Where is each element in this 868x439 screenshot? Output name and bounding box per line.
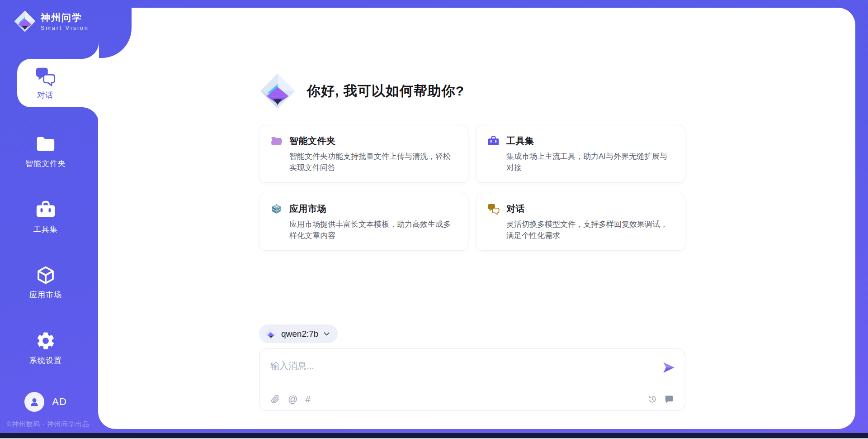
composer-divider	[269, 389, 675, 389]
chevron-down-icon	[323, 330, 330, 337]
avatar	[24, 392, 44, 412]
card-head: 工具集	[487, 135, 674, 147]
send-icon[interactable]	[661, 360, 676, 375]
gear-icon	[35, 330, 56, 351]
sidebar-item-toolset[interactable]: 工具集	[0, 199, 91, 234]
card-title: 应用市场	[289, 203, 326, 215]
sidebar-item-settings[interactable]: 系统设置	[0, 330, 91, 366]
chat-bubbles-icon	[35, 66, 56, 86]
sidebar-item-label: 对话	[37, 90, 53, 100]
sidebar-item-market[interactable]: 应用市场	[0, 265, 91, 300]
greeting: 你好, 我可以如何帮助你?	[259, 72, 464, 110]
card-head: 智能文件夹	[270, 135, 457, 147]
card-head: 应用市场	[270, 203, 457, 215]
bottom-strip	[0, 433, 868, 439]
card-description: 集成市场上主流工具，助力AI与外界无缝扩展与对接	[506, 151, 674, 173]
card-title: 工具集	[506, 135, 534, 147]
sidebar-item-label: 智能文件夹	[25, 158, 66, 169]
sidebar-item-chat[interactable]: 对话	[17, 59, 99, 107]
history-icon[interactable]	[647, 394, 657, 404]
greeting-title: 你好, 我可以如何帮助你?	[307, 82, 464, 100]
folder-icon	[35, 134, 56, 154]
sidebar-item-label: 系统设置	[29, 355, 62, 366]
card-title: 对话	[506, 203, 525, 215]
brand-logo-icon	[14, 10, 36, 33]
user-profile[interactable]: AD	[0, 392, 91, 412]
app-market-icon	[270, 203, 283, 215]
person-icon	[28, 396, 40, 408]
hashtag-icon[interactable]: #	[305, 394, 311, 404]
card-description: 应用市场提供丰富长文本模板，助力高效生成多样化文章内容	[289, 219, 457, 241]
app-window: 神州问学 Smart Vision 对话 智能文件夹 工具集	[0, 0, 868, 439]
brand-subtitle: Smart Vision	[41, 25, 89, 31]
card-description: 灵活切换多模型文件，支持多样回复效果调试，满足个性化需求	[506, 219, 674, 241]
toolbox-icon	[487, 135, 500, 147]
composer-tools-right	[647, 394, 674, 404]
composer: @ #	[259, 348, 685, 411]
model-name: qwen2:7b	[281, 329, 318, 339]
card-head: 对话	[487, 203, 674, 215]
model-selector[interactable]: qwen2:7b	[259, 324, 338, 343]
card-app-market[interactable]: 应用市场 应用市场提供丰富长文本模板，助力高效生成多样化文章内容	[259, 193, 468, 251]
attach-icon[interactable]	[270, 394, 280, 404]
toolbox-icon	[35, 199, 56, 220]
card-description: 智能文件夹功能支持批量文件上传与清洗，轻松实现文件问答	[289, 151, 457, 173]
brand-text: 神州问学 Smart Vision	[41, 11, 89, 31]
mention-icon[interactable]: @	[288, 394, 297, 404]
sidebar-item-label: 工具集	[33, 224, 58, 234]
sidebar-item-label: 应用市场	[29, 290, 62, 300]
model-logo-icon	[265, 328, 277, 339]
card-smart-folder[interactable]: 智能文件夹 智能文件夹功能支持批量文件上传与清洗，轻松实现文件问答	[259, 125, 468, 183]
sidebar-item-chat-inner: 对话	[17, 66, 73, 100]
cube-icon	[35, 265, 56, 286]
composer-tools-left: @ #	[270, 394, 311, 404]
sidebar-brand: 神州问学 Smart Vision	[14, 10, 89, 33]
card-chat[interactable]: 对话 灵活切换多模型文件，支持多样回复效果调试，满足个性化需求	[476, 193, 685, 251]
copyright: ©神州数码 · 神州问学出品	[0, 420, 96, 429]
card-title: 智能文件夹	[289, 135, 336, 147]
sidebar-item-folders[interactable]: 智能文件夹	[0, 134, 91, 169]
card-toolset[interactable]: 工具集 集成市场上主流工具，助力AI与外界无缝扩展与对接	[476, 125, 685, 183]
brand-name: 神州问学	[41, 11, 89, 24]
feature-cards: 智能文件夹 智能文件夹功能支持批量文件上传与清洗，轻松实现文件问答 工具集 集成…	[259, 125, 685, 251]
message-input[interactable]	[270, 356, 650, 375]
chat-icon	[487, 203, 500, 215]
greeting-logo-icon	[259, 72, 296, 110]
folder-open-icon	[270, 135, 283, 147]
user-initials: AD	[52, 396, 67, 408]
comment-icon[interactable]	[664, 394, 674, 404]
